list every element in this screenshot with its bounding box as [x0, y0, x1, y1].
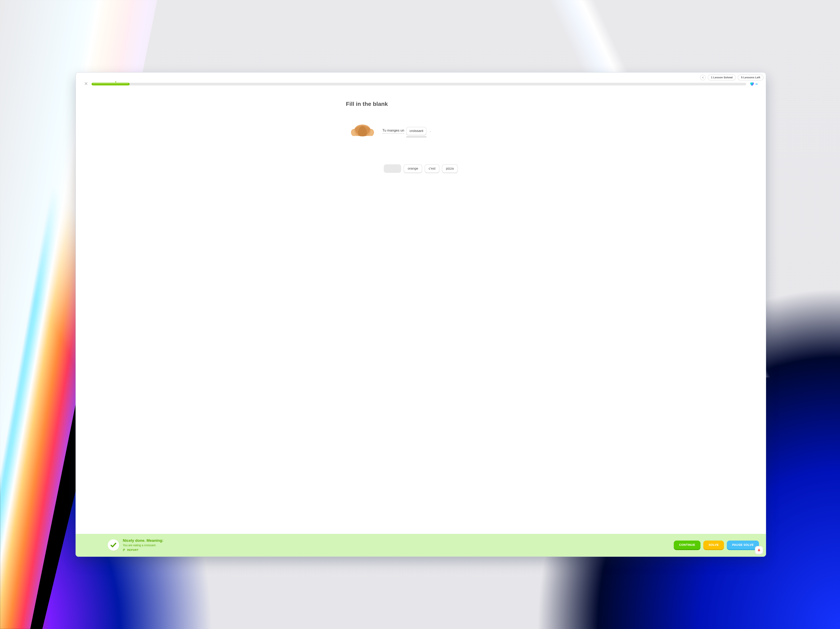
continue-button[interactable]: CONTINUE [674, 541, 701, 549]
progress-bar [92, 83, 746, 85]
solve-button[interactable]: SOLVE [703, 541, 724, 549]
feedback-footer: Nicely done. Meaning: You are eating a c… [76, 534, 766, 556]
lesson-main: Fill in the blank Tu manges un croi [76, 88, 766, 556]
infinity-icon: ∞ [756, 82, 758, 86]
lives-indicator: ∞ [750, 82, 758, 86]
feedback-meaning: You are eating a croissant. [123, 544, 163, 547]
lessons-solved-pill: 1 Lesson Solved [708, 74, 736, 80]
word-option-2[interactable]: c'est [425, 164, 439, 173]
question-title: Fill in the blank [346, 101, 496, 107]
back-button[interactable] [700, 75, 706, 80]
bug-icon [757, 548, 761, 552]
lesson-header: ∞ [76, 73, 766, 88]
flag-icon [123, 549, 126, 552]
lessons-left-pill: 5 Lessons Left [738, 74, 763, 80]
close-icon [84, 82, 88, 85]
check-icon [110, 542, 117, 549]
heart-icon [750, 82, 754, 86]
feedback-text: Nicely done. Meaning: You are eating a c… [123, 538, 163, 552]
word-option-0 [384, 164, 401, 173]
question-area: Fill in the blank Tu manges un croi [346, 88, 496, 173]
sentence-prefix: Tu manges un [382, 129, 404, 134]
report-button[interactable]: REPORT [123, 549, 163, 552]
sentence-area: Tu manges un croissant . [346, 122, 496, 140]
report-label: REPORT [127, 549, 139, 552]
sentence-suffix: . [430, 129, 431, 133]
feedback-title: Nicely done. Meaning: [123, 538, 163, 543]
filled-blank-text: croissant [409, 129, 423, 133]
correct-badge [108, 539, 119, 551]
word-option-3[interactable]: pizza [442, 164, 458, 173]
chevron-left-icon [702, 76, 704, 79]
pause-solve-button[interactable]: PAUSE SOLVE [727, 541, 759, 549]
word-option-1[interactable]: orange [404, 164, 422, 173]
close-lesson-button[interactable] [84, 82, 88, 86]
sentence: Tu manges un croissant . [382, 127, 431, 135]
word-options: orangec'estpizza [346, 164, 496, 173]
status-row: 1 Lesson Solved 5 Lessons Left [700, 74, 763, 80]
bug-report-button[interactable] [755, 546, 763, 554]
filled-blank[interactable]: croissant [406, 127, 426, 135]
croissant-image [348, 122, 377, 140]
app-window: 1 Lesson Solved 5 Lessons Left ∞ Fill in… [76, 72, 766, 556]
